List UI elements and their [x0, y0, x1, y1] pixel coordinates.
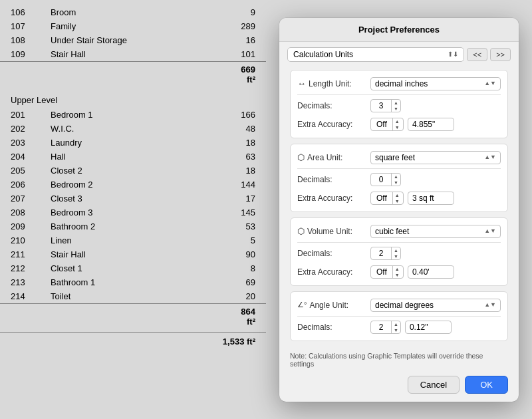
angle-unit-row: ∠° Angle Unit: decimal degrees ▲▼ [297, 296, 501, 315]
volume-extra-acc-row: Extra Accuracy: Off ▲ ▼ 0.40' [297, 263, 501, 281]
volume-decimals-label: Decimals: [297, 249, 370, 258]
dialog-title: Project Preferences [279, 18, 519, 42]
area-unit-value: square feet ▲▼ [370, 151, 501, 164]
length-decimals-down[interactable]: ▼ [392, 106, 400, 112]
length-unit-dropdown[interactable]: decimal inches ▲▼ [370, 77, 501, 90]
volume-decimals-up[interactable]: ▲ [392, 247, 400, 253]
length-unit-block: ↔ Length Unit: decimal inches ▲▼ Decimal… [290, 70, 508, 138]
volume-acc-up[interactable]: ▲ [393, 266, 402, 272]
volume-decimals-down[interactable]: ▼ [392, 253, 400, 259]
angle-decimals-up[interactable]: ▲ [392, 321, 400, 327]
angle-unit-label: ∠° Angle Unit: [297, 301, 370, 310]
volume-icon: ⬡ [297, 226, 305, 236]
area-unit-row: ⬡ Area Unit: square feet ▲▼ [297, 148, 501, 167]
volume-unit-row: ⬡ Volume Unit: cubic feet ▲▼ [297, 222, 501, 241]
prev-button[interactable]: << [467, 48, 487, 61]
angle-extra-acc-field[interactable]: 0.12" [405, 321, 452, 334]
angle-icon: ∠° [297, 301, 307, 309]
area-extra-acc-value: Off ▲ ▼ 3 sq ft [370, 192, 501, 205]
area-decimals-up[interactable]: ▲ [392, 174, 400, 180]
area-extra-acc-row: Extra Accuracy: Off ▲ ▼ 3 sq ft [297, 189, 501, 208]
ruler-icon: ↔ [297, 78, 306, 88]
volume-extra-acc-value: Off ▲ ▼ 0.40' [370, 265, 501, 279]
area-decimals-down[interactable]: ▼ [392, 180, 400, 186]
area-extra-acc-toggle[interactable]: Off ▲ ▼ [370, 192, 404, 205]
volume-unit-value: cubic feet ▲▼ [370, 225, 501, 238]
volume-extra-acc-field[interactable]: 0.40' [408, 265, 454, 279]
dialog-body: ↔ Length Unit: decimal inches ▲▼ Decimal… [279, 67, 519, 349]
angle-decimals-row: Decimals: 2 ▲ ▼ 0.12" [297, 318, 501, 337]
length-acc-down[interactable]: ▼ [393, 124, 402, 130]
area-extra-acc-field[interactable]: 3 sq ft [408, 192, 454, 205]
area-unit-label: ⬡ Area Unit: [297, 152, 370, 162]
angle-decimals-label: Decimals: [297, 323, 370, 332]
length-acc-up[interactable]: ▲ [393, 118, 402, 124]
cancel-button[interactable]: Cancel [408, 376, 460, 394]
angle-decimals-down[interactable]: ▼ [392, 327, 400, 333]
dialog-top-bar: Calculation Units ⬆⬇ << >> [279, 42, 519, 67]
note-text: Note: Calculations using Graphic Templat… [279, 349, 519, 370]
angle-unit-value: decimal degrees ▲▼ [370, 299, 501, 312]
length-extra-acc-field[interactable]: 4.855" [408, 118, 454, 131]
ok-button[interactable]: OK [465, 376, 508, 394]
volume-decimals-stepper[interactable]: 2 ▲ ▼ [370, 247, 401, 260]
volume-unit-label: ⬡ Volume Unit: [297, 226, 370, 236]
volume-extra-acc-label: Extra Accuracy: [297, 267, 370, 277]
area-extra-acc-label: Extra Accuracy: [297, 194, 370, 203]
area-decimals-stepper[interactable]: 0 ▲ ▼ [370, 173, 401, 186]
angle-decimals-stepper[interactable]: 2 ▲ ▼ [370, 321, 401, 334]
area-unit-block: ⬡ Area Unit: square feet ▲▼ Decimals: [290, 144, 508, 212]
length-unit-label: ↔ Length Unit: [297, 78, 370, 88]
length-extra-acc-value: Off ▲ ▼ 4.855" [370, 118, 501, 131]
area-icon: ⬡ [297, 152, 305, 162]
dialog-footer: Cancel OK [279, 370, 519, 394]
length-unit-value: decimal inches ▲▼ [370, 77, 501, 90]
length-unit-row: ↔ Length Unit: decimal inches ▲▼ [297, 74, 501, 93]
volume-acc-down[interactable]: ▼ [393, 272, 402, 278]
area-decimals-row: Decimals: 0 ▲ ▼ [297, 170, 501, 189]
angle-unit-dropdown[interactable]: decimal degrees ▲▼ [370, 299, 501, 312]
area-unit-dropdown[interactable]: square feet ▲▼ [370, 151, 501, 164]
area-acc-up[interactable]: ▲ [393, 192, 402, 198]
length-extra-acc-label: Extra Accuracy: [297, 120, 370, 129]
volume-extra-acc-toggle[interactable]: Off ▲ ▼ [370, 265, 404, 279]
length-decimals-up[interactable]: ▲ [392, 100, 400, 106]
volume-decimals-row: Decimals: 2 ▲ ▼ [297, 244, 501, 263]
length-decimals-label: Decimals: [297, 101, 370, 110]
angle-unit-block: ∠° Angle Unit: decimal degrees ▲▼ Decima… [290, 291, 508, 341]
area-decimals-label: Decimals: [297, 175, 370, 184]
area-acc-down[interactable]: ▼ [393, 198, 402, 204]
length-decimals-row: Decimals: 3 ▲ ▼ [297, 96, 501, 115]
length-decimals-stepper[interactable]: 3 ▲ ▼ [370, 99, 401, 112]
next-button[interactable]: >> [490, 48, 511, 61]
volume-unit-block: ⬡ Volume Unit: cubic feet ▲▼ Decimals: [290, 217, 508, 286]
dialog-overlay: Project Preferences Calculation Units ⬆⬇… [0, 0, 532, 419]
volume-unit-dropdown[interactable]: cubic feet ▲▼ [370, 225, 501, 238]
length-extra-acc-toggle[interactable]: Off ▲ ▼ [370, 118, 404, 131]
project-preferences-dialog: Project Preferences Calculation Units ⬆⬇… [279, 18, 519, 402]
length-extra-acc-row: Extra Accuracy: Off ▲ ▼ 4.855" [297, 115, 501, 134]
calc-units-dropdown[interactable]: Calculation Units ⬆⬇ [287, 47, 464, 62]
